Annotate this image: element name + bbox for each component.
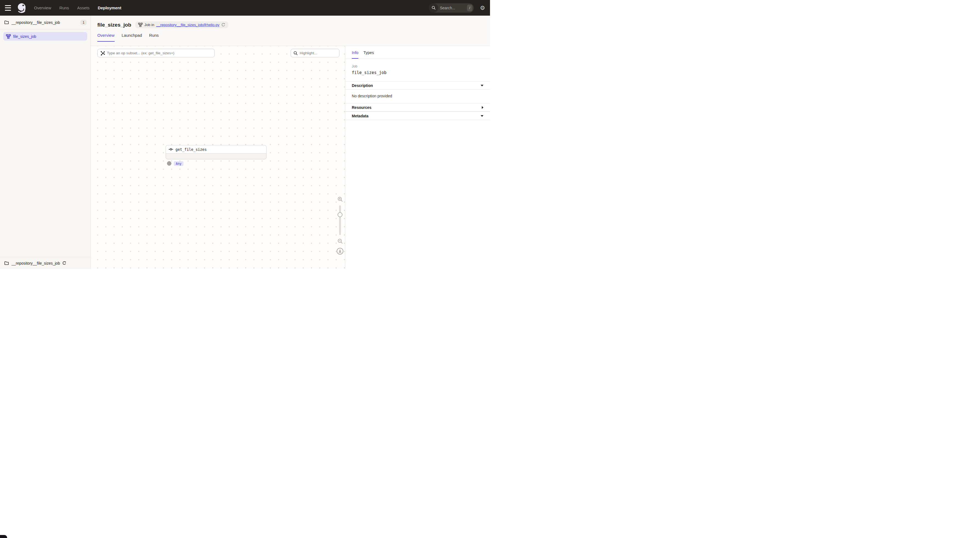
- sidebar-item-label: file_sizes_job: [13, 34, 36, 39]
- page-title: file_sizes_job: [97, 22, 131, 28]
- job-icon: [6, 34, 11, 39]
- tab-types[interactable]: Types: [363, 51, 374, 59]
- job-label: Job: [352, 64, 484, 68]
- op-subset-filter[interactable]: [97, 49, 215, 57]
- search-icon: [293, 51, 298, 56]
- page-tabs: Overview Launchpad Runs: [97, 33, 484, 42]
- repo-name: __repository__file_sizes_job: [11, 20, 60, 25]
- section-description-title: Description: [352, 83, 373, 88]
- chevron-down-icon: [480, 115, 484, 117]
- search-icon: [429, 3, 438, 13]
- op-node-body: [166, 154, 266, 159]
- search-shortcut-key: /: [467, 5, 473, 11]
- zoom-out-icon[interactable]: [337, 239, 343, 244]
- repo-header[interactable]: __repository__file_sizes_job 1: [0, 16, 91, 29]
- job-block: Job file_sizes_job: [345, 59, 490, 81]
- op-selector-icon: [100, 51, 105, 56]
- section-metadata[interactable]: Metadata: [345, 111, 490, 120]
- top-nav: Overview Runs Assets Deployment / ⚙: [0, 0, 490, 16]
- menu-icon[interactable]: [5, 5, 12, 11]
- repo-count-badge: 1: [80, 20, 87, 25]
- op-node-get-file-sizes[interactable]: get_file_sizes: [165, 145, 267, 159]
- graph-canvas[interactable]: get_file_sizes Any: [91, 46, 345, 269]
- job-name: file_sizes_job: [352, 70, 484, 75]
- nav-item-assets[interactable]: Assets: [77, 5, 90, 10]
- tab-info[interactable]: Info: [352, 51, 358, 59]
- reload-icon[interactable]: [62, 261, 66, 265]
- breadcrumb-repo-link[interactable]: __repository__file_sizes_job@hello.py: [156, 23, 220, 27]
- tab-overview[interactable]: Overview: [97, 33, 115, 42]
- breadcrumb: Job in __repository__file_sizes_job@hell…: [135, 21, 229, 28]
- highlight-filter[interactable]: [291, 49, 339, 57]
- global-search[interactable]: /: [429, 3, 474, 13]
- nav-item-runs[interactable]: Runs: [59, 5, 69, 10]
- left-sidebar: __repository__file_sizes_job 1 file_size…: [0, 16, 91, 269]
- dagster-logo-icon[interactable]: [15, 2, 28, 14]
- section-metadata-title: Metadata: [352, 114, 369, 118]
- nav-links: Overview Runs Assets Deployment: [34, 5, 121, 10]
- chevron-right-icon: [482, 106, 484, 109]
- search-input[interactable]: [438, 6, 467, 10]
- op-output-port[interactable]: [167, 161, 171, 166]
- section-resources[interactable]: Resources: [345, 103, 490, 111]
- info-panel-tabs: Info Types: [345, 46, 490, 59]
- main-area: file_sizes_job Job in __repository__file…: [91, 16, 490, 269]
- folder-icon: [5, 261, 9, 265]
- info-panel: Info Types Job file_sizes_job Descriptio…: [345, 46, 490, 269]
- chevron-down-icon: [480, 85, 484, 86]
- zoom-slider-handle[interactable]: [337, 212, 342, 217]
- output-type-badge[interactable]: Any: [174, 161, 183, 166]
- tab-launchpad[interactable]: Launchpad: [122, 33, 142, 42]
- footer-repo-name: __repository__file_sizes_job: [11, 261, 60, 266]
- zoom-slider[interactable]: [339, 205, 341, 235]
- reload-icon[interactable]: [221, 23, 225, 27]
- op-node-name: get_file_sizes: [175, 147, 207, 152]
- op-subset-input[interactable]: [105, 51, 212, 55]
- gear-icon[interactable]: ⚙: [480, 5, 485, 11]
- zoom-controls: [336, 197, 344, 255]
- fit-view-icon[interactable]: [336, 248, 344, 255]
- op-io-icon: [169, 148, 173, 151]
- sidebar-footer-repo[interactable]: __repository__file_sizes_job: [0, 257, 91, 269]
- highlight-input[interactable]: [298, 51, 337, 55]
- nav-item-overview[interactable]: Overview: [34, 5, 51, 10]
- page-header: file_sizes_job Job in __repository__file…: [91, 16, 490, 46]
- section-description[interactable]: Description: [345, 81, 490, 90]
- tab-runs[interactable]: Runs: [149, 33, 159, 42]
- job-icon: [138, 23, 143, 27]
- section-resources-title: Resources: [352, 105, 372, 110]
- nav-item-deployment[interactable]: Deployment: [98, 5, 121, 10]
- zoom-in-icon[interactable]: [337, 197, 343, 202]
- folder-icon: [5, 20, 9, 24]
- description-content: No description provided: [345, 90, 490, 103]
- sidebar-item-job[interactable]: file_sizes_job: [3, 32, 87, 41]
- breadcrumb-prefix: Job in: [145, 23, 154, 27]
